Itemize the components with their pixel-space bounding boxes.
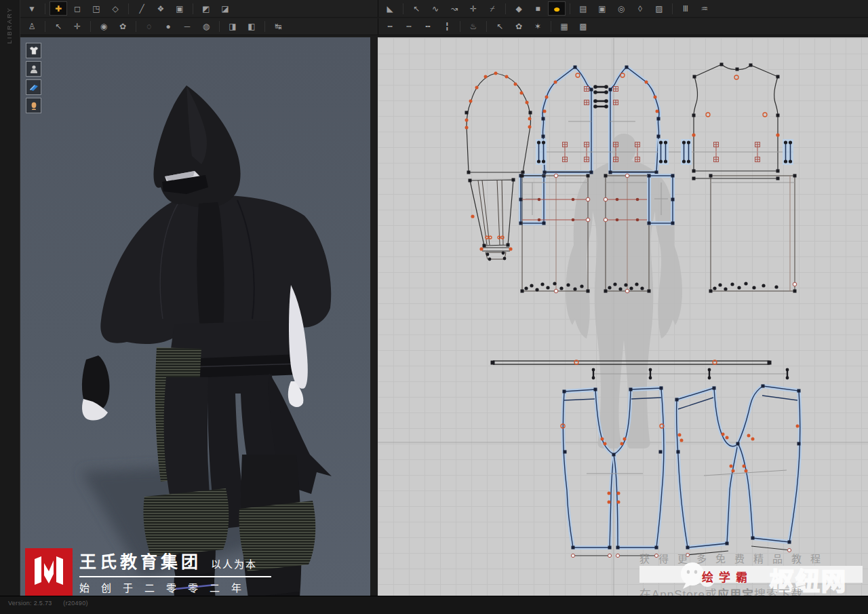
- select-lasso-tool[interactable]: ◳: [87, 1, 105, 16]
- pin-2d-tool[interactable]: ↖: [491, 20, 509, 34]
- toolbar-row-1: ▼ ✚ ◻ ◳ ◇ ╱ ❖ ▣ ◩ ◪ ◣ ↖ ∿ ↝ ✛ ⌿ ◆ ■ ●: [20, 0, 868, 18]
- toggle-avatar-skin[interactable]: [26, 98, 41, 113]
- pattern-canvas[interactable]: [378, 38, 868, 596]
- align-center-tool[interactable]: ↹: [269, 20, 287, 34]
- transform-pattern-2d-tool[interactable]: ◣: [381, 1, 399, 16]
- pin-point-tool[interactable]: ◌: [140, 20, 158, 34]
- select-box-tool[interactable]: ◻: [68, 1, 86, 16]
- seam-shape-tool[interactable]: ▨: [650, 1, 668, 16]
- tack-2d-tool[interactable]: ✿: [510, 20, 528, 34]
- free-sewing-tool[interactable]: ┉: [400, 20, 418, 34]
- pattern-piece-collar-trapezoid[interactable]: [469, 178, 515, 261]
- toggle-fabric-texture[interactable]: [26, 79, 41, 95]
- rectangle-tool[interactable]: ■: [529, 1, 547, 16]
- transform-pattern-tool[interactable]: ◇: [106, 1, 124, 16]
- tshirt-icon: [28, 45, 39, 56]
- toolbar-separator: [90, 21, 91, 32]
- fold-pin-tool[interactable]: ✶: [529, 20, 547, 34]
- select-move-icon: ✚: [55, 5, 62, 13]
- mn-free-sewing-tool[interactable]: ╏: [438, 20, 456, 34]
- w-logo-icon: [31, 554, 67, 590]
- pleats-tool[interactable]: Ⅲ: [677, 1, 694, 16]
- company-founded: 始创于二零零二年: [79, 580, 271, 594]
- avatar-pose-tool[interactable]: ♙: [23, 20, 41, 34]
- split-line-icon: ⌿: [490, 5, 494, 13]
- pattern-piece-pants-back-left[interactable]: [677, 388, 738, 555]
- pleats-sewing-tool[interactable]: ♒: [696, 1, 713, 16]
- mn-segment-sewing-icon: ╍: [425, 22, 430, 31]
- fold-arrangement-left-tool[interactable]: ◨: [224, 20, 241, 34]
- viewport-3d-display-toggles: [26, 43, 41, 113]
- viewport-3d[interactable]: 王氏教育集团 以人为本 始创于二零零二年: [20, 37, 370, 596]
- build-label: (r20490): [63, 600, 87, 607]
- internal-polygon-tool[interactable]: ▤: [574, 1, 592, 16]
- internal-ellipse-tool[interactable]: ◎: [612, 1, 630, 16]
- select-move-tool[interactable]: ✚: [50, 1, 67, 16]
- transform-pattern-icon: ◇: [112, 5, 118, 13]
- sync-garment-toggle[interactable]: ◩: [197, 1, 215, 16]
- brush-tool[interactable]: ❖: [152, 1, 170, 16]
- sync-garment-icon: ◩: [202, 5, 210, 13]
- library-panel-strip[interactable]: LIBRARY: [0, 0, 20, 596]
- pin-filled-tool[interactable]: ●: [159, 20, 177, 34]
- pattern-piece-elastic-line[interactable]: [592, 368, 789, 380]
- polygon-tool[interactable]: ◆: [510, 1, 528, 16]
- pattern-piece-back-bodice[interactable]: [692, 63, 779, 180]
- pattern-piece-pants-back-right[interactable]: [704, 386, 800, 550]
- show-garment-icon: ◪: [221, 5, 229, 13]
- split-line-tool[interactable]: ⌿: [484, 1, 501, 16]
- toggle-show-garment[interactable]: [26, 43, 41, 58]
- company-name: 王氏教育集团: [79, 548, 201, 573]
- select-pin-icon: ↖: [55, 22, 62, 31]
- edit-pattern-tool[interactable]: ↖: [408, 1, 425, 16]
- toolbar-2d-row1: ◣ ↖ ∿ ↝ ✛ ⌿ ◆ ■ ● ▤ ▣ ◎ ◊ ▨ Ⅲ ♒: [378, 0, 716, 17]
- internal-ellipse-icon: ◎: [618, 5, 625, 13]
- avatar-icon: [28, 64, 39, 75]
- select-pin-tool[interactable]: ↖: [50, 20, 67, 34]
- pin-line-icon: ─: [184, 22, 191, 31]
- pin-line-tool[interactable]: ─: [178, 20, 196, 34]
- edit-curve-point-tool[interactable]: ↝: [446, 1, 463, 16]
- iron-icon: ♨: [470, 22, 477, 31]
- add-point-tool[interactable]: ✛: [465, 1, 482, 16]
- head-icon: [28, 100, 39, 111]
- dart-tool[interactable]: ◊: [631, 1, 649, 16]
- tack-on-avatar-tool[interactable]: ◉: [95, 20, 113, 34]
- garment-icon: ▣: [176, 5, 183, 13]
- edit-curvature-tool[interactable]: ∿: [427, 1, 444, 16]
- gizmo-dropdown[interactable]: ▼: [23, 1, 41, 16]
- character-3d-render[interactable]: [20, 37, 370, 596]
- toolbar-separator: [128, 3, 129, 14]
- pattern-piece-skirt-back[interactable]: [709, 174, 797, 293]
- show-garment-toggle[interactable]: ◪: [216, 1, 234, 16]
- buttonhole-tool[interactable]: ▦: [555, 20, 573, 34]
- mn-segment-sewing-tool[interactable]: ╍: [419, 20, 437, 34]
- toolbar-separator: [45, 3, 45, 14]
- edit-curvature-icon: ∿: [432, 5, 439, 13]
- toolbar-separator: [264, 21, 265, 32]
- pleats-icon: Ⅲ: [683, 5, 688, 13]
- blow-up-tool[interactable]: ✿: [114, 20, 132, 34]
- pin-brush-icon: ✛: [74, 22, 81, 31]
- pattern-piece-sleeve[interactable]: [465, 72, 532, 174]
- fold-pin-icon: ✶: [534, 22, 541, 31]
- button-tool[interactable]: ▩: [574, 20, 592, 34]
- internal-rectangle-tool[interactable]: ▣: [593, 1, 611, 16]
- internal-rectangle-icon: ▣: [598, 5, 606, 13]
- iron-tool[interactable]: ♨: [465, 20, 482, 34]
- pin-brush-tool[interactable]: ✛: [68, 20, 86, 34]
- toggle-show-avatar[interactable]: [26, 61, 41, 77]
- fold-arrangement-right-tool[interactable]: ◧: [243, 20, 260, 34]
- ellipse-icon: ●: [553, 4, 560, 14]
- viewport-2d-pattern[interactable]: 获得更多免费精品教程 枢纽网 绘学霸 在AppStore或应用宝搜索下载: [378, 37, 868, 596]
- library-tab-label[interactable]: LIBRARY: [5, 7, 13, 43]
- toolbar-3d-row2: ♙ ↖ ✛ ◉ ✿ ◌ ● ─ ◍ ◨ ◧ ↹: [20, 18, 290, 35]
- segment-sewing-tool[interactable]: ┅: [381, 20, 399, 34]
- pen-3d-icon: ╱: [139, 5, 144, 13]
- toolbar-3d-row1: ▼ ✚ ◻ ◳ ◇ ╱ ❖ ▣ ◩ ◪: [20, 0, 237, 17]
- ellipse-tool[interactable]: ●: [548, 1, 566, 16]
- garment-tool[interactable]: ▣: [171, 1, 189, 16]
- pen-3d-tool[interactable]: ╱: [133, 1, 151, 16]
- pin-lock-tool[interactable]: ◍: [197, 20, 215, 34]
- pattern-piece-front-bodice-left[interactable]: [542, 66, 593, 174]
